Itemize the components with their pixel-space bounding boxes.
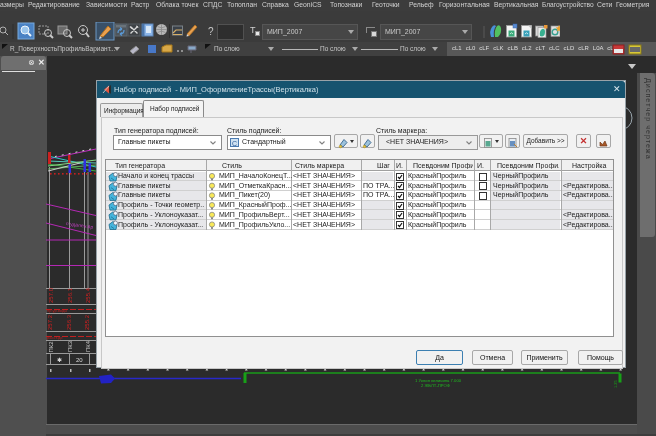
svg-text:255.4: 255.4 bbox=[85, 287, 91, 303]
svg-text:ПК4: ПК4 bbox=[85, 340, 91, 352]
svg-text:257.2: 257.2 bbox=[47, 314, 53, 330]
svg-text:256.1: 256.1 bbox=[67, 287, 73, 303]
svg-text:20: 20 bbox=[76, 357, 83, 363]
svg-text:расст.до: расст.до bbox=[47, 335, 63, 340]
svg-text:2 ЖБЛТ-ПРОФ: 2 ЖБЛТ-ПРОФ bbox=[421, 383, 450, 388]
svg-text:256.3: 256.3 bbox=[66, 314, 72, 330]
svg-text:1.25: 1.25 bbox=[613, 379, 618, 388]
svg-text:✱: ✱ bbox=[57, 357, 62, 363]
svg-text:C: C bbox=[232, 140, 237, 147]
svg-text:255.2: 255.2 bbox=[84, 314, 90, 330]
svg-text:ПК2: ПК2 bbox=[48, 341, 54, 353]
svg-text:пр.ур.воды: пр.ур.воды bbox=[47, 308, 67, 313]
svg-text:257.0: 257.0 bbox=[48, 287, 54, 303]
svg-text:ПК3: ПК3 bbox=[67, 340, 73, 352]
